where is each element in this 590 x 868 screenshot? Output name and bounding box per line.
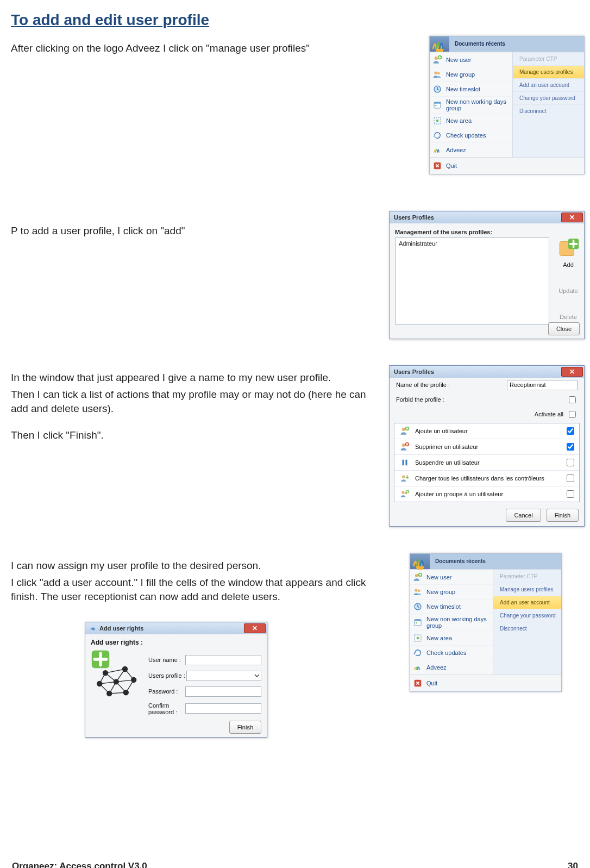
permission-checkbox[interactable]: [567, 443, 574, 451]
activate-all-checkbox[interactable]: [569, 411, 576, 418]
add-profile-button[interactable]: [557, 239, 580, 261]
profile-name-input[interactable]: [507, 380, 578, 390]
svg-point-1: [435, 57, 438, 60]
submenu-item[interactable]: Manage users profiles: [513, 65, 584, 78]
permission-checkbox[interactable]: [567, 427, 574, 435]
profile-name-label: Name of the profile :: [396, 382, 450, 388]
paragraph-6: I can now assign my user profile to the …: [0, 557, 391, 574]
menu-item-label: Adveez: [446, 147, 466, 153]
submenu-item[interactable]: Add an user account: [493, 596, 561, 609]
menu-item[interactable]: New non working days group: [430, 96, 512, 113]
permission-row: Charger tous les utilisateurs dans les c…: [394, 471, 579, 486]
submenu-item[interactable]: Change your password: [513, 91, 584, 104]
permission-label: Suspendre un utilisateur: [415, 459, 564, 466]
area-icon: [432, 115, 443, 126]
permission-row: Ajouter un groupe à un utilisateur: [394, 486, 579, 502]
forbid-profile-label: Forbid the profile :: [396, 396, 444, 403]
cancel-button[interactable]: Cancel: [506, 509, 541, 522]
menu-item[interactable]: New area: [430, 113, 512, 128]
group-icon: [432, 69, 443, 80]
list-item[interactable]: Administrateur: [399, 240, 545, 247]
menu-item[interactable]: New user: [410, 570, 493, 584]
paragraph-7: I click "add a user account." I fill the…: [0, 573, 391, 604]
close-button[interactable]: Close: [548, 322, 580, 335]
refresh-icon: [412, 647, 423, 658]
menu-item[interactable]: New group: [410, 584, 493, 599]
menu-item[interactable]: New non working days group: [410, 614, 493, 630]
quit-label: Quit: [446, 163, 457, 169]
app-menu-panel-1: Documents récents New userNew groupNew t…: [429, 36, 585, 174]
svg-point-35: [415, 589, 417, 591]
svg-rect-39: [415, 619, 421, 621]
menu-quit[interactable]: Quit: [410, 675, 561, 691]
window-title: Users Profiles: [394, 214, 434, 221]
password-label: Password :: [148, 688, 178, 695]
menu-item[interactable]: Check updates: [410, 645, 493, 660]
submenu-item[interactable]: Disconnect: [513, 104, 584, 117]
profiles-list[interactable]: Administrateur: [395, 238, 549, 324]
svg-point-4: [437, 72, 440, 74]
bars-icon: [90, 625, 97, 632]
forbid-profile-checkbox[interactable]: [569, 396, 576, 403]
calendar-icon: [412, 617, 423, 628]
svg-point-42: [417, 636, 419, 639]
permission-checkbox[interactable]: [567, 459, 574, 466]
permission-row: Suspendre un utilisateur: [394, 455, 579, 471]
svg-point-14: [402, 428, 405, 431]
clock-icon: [412, 601, 423, 612]
confirm-password-input[interactable]: [185, 703, 261, 714]
username-label: User name :: [148, 657, 181, 663]
svg-point-36: [418, 589, 420, 592]
menu-item[interactable]: New group: [430, 67, 512, 82]
delete-label: Delete: [560, 314, 577, 320]
menu-item[interactable]: Adveez: [430, 142, 512, 157]
permission-checkbox[interactable]: [567, 490, 574, 498]
window-close-button[interactable]: ✕: [561, 213, 583, 222]
refresh-icon: [432, 130, 443, 141]
adveez-logo[interactable]: [430, 36, 449, 52]
window-close-button[interactable]: ✕: [244, 623, 266, 633]
menu-item[interactable]: New timeslot: [410, 599, 493, 614]
user-plus-icon: [432, 54, 443, 65]
password-input[interactable]: [185, 686, 261, 697]
submenu-item[interactable]: Manage users profiles: [493, 583, 561, 596]
paragraph-2: P to add a user profile, I click on "add…: [0, 222, 391, 239]
permission-checkbox[interactable]: [567, 474, 574, 482]
menu-item-label: New non working days group: [446, 98, 509, 111]
svg-point-16: [402, 444, 405, 447]
paragraph-4: Then I can tick a list of actions that m…: [0, 385, 391, 416]
finish-button[interactable]: Finish: [229, 721, 261, 734]
finish-button[interactable]: Finish: [547, 509, 579, 522]
paragraph-3: In the window that just appeared I give …: [0, 369, 391, 386]
chevron-down-icon[interactable]: [254, 673, 260, 678]
window-close-button[interactable]: ✕: [561, 367, 583, 377]
submenu-item[interactable]: Disconnect: [493, 622, 561, 635]
update-label: Update: [558, 288, 578, 294]
menu-item[interactable]: Adveez: [410, 660, 493, 675]
menu-item[interactable]: New user: [430, 52, 512, 67]
menu-item[interactable]: New area: [410, 630, 493, 645]
permission-row: Supprimer un utilisateur: [394, 439, 579, 455]
group-icon: [412, 586, 423, 597]
menu-item-label: New group: [446, 71, 475, 78]
recent-documents-header: Documents récents: [449, 36, 584, 52]
menu-item[interactable]: New timeslot: [430, 82, 512, 96]
submenu-item[interactable]: Change your password: [493, 609, 561, 622]
window-title: Add user rights: [99, 625, 143, 632]
submenu-item[interactable]: Add an user account: [513, 78, 584, 91]
group-plus-icon: [398, 488, 412, 500]
username-input[interactable]: [185, 655, 261, 665]
submenu-item: Parameter CTP: [513, 52, 584, 65]
adveez-logo[interactable]: [410, 554, 430, 569]
user-plus-icon: [412, 572, 423, 583]
permission-label: Supprimer un utilisateur: [415, 444, 564, 450]
permission-label: Ajoute un utilisateur: [415, 428, 564, 434]
permissions-list: Ajoute un utilisateurSupprimer un utilis…: [394, 423, 580, 502]
menu-quit[interactable]: Quit: [430, 157, 584, 174]
add-label: Add: [563, 261, 574, 268]
menu-item[interactable]: Check updates: [430, 128, 512, 142]
svg-rect-19: [406, 459, 407, 465]
menu-item-label: New area: [446, 117, 472, 124]
submenu-item: Parameter CTP: [493, 570, 561, 583]
profile-editor-window: Users Profiles ✕ Name of the profile : F…: [389, 365, 585, 527]
